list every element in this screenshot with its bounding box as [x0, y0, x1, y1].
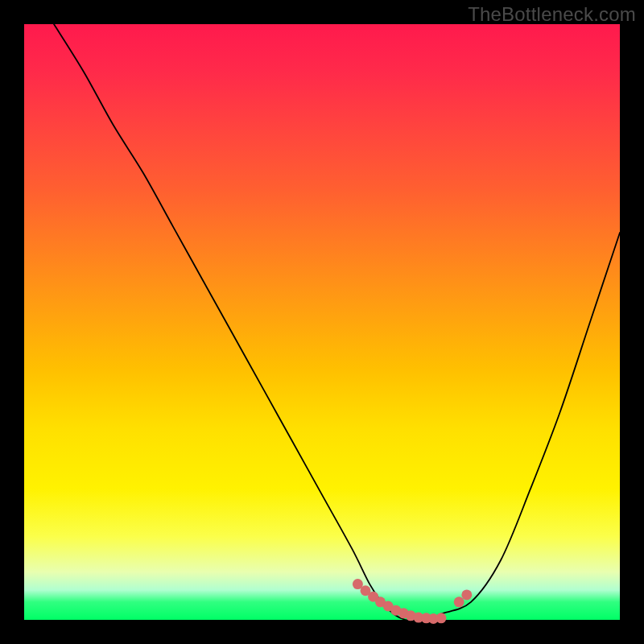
chart-svg: [24, 24, 620, 620]
watermark-label: TheBottleneck.com: [468, 3, 636, 26]
curve-marker: [436, 613, 447, 623]
chart-frame: TheBottleneck.com: [0, 0, 644, 644]
bottleneck-curve: [54, 24, 620, 621]
curve-marker: [461, 589, 472, 600]
plot-area: [24, 24, 620, 620]
curve-marker: [454, 597, 464, 607]
